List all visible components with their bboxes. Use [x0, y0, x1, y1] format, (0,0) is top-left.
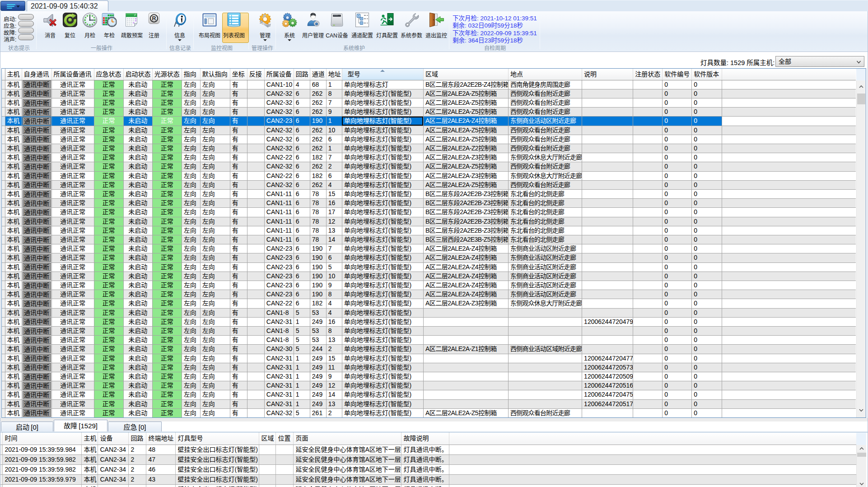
svg-text:R: R: [152, 15, 156, 22]
